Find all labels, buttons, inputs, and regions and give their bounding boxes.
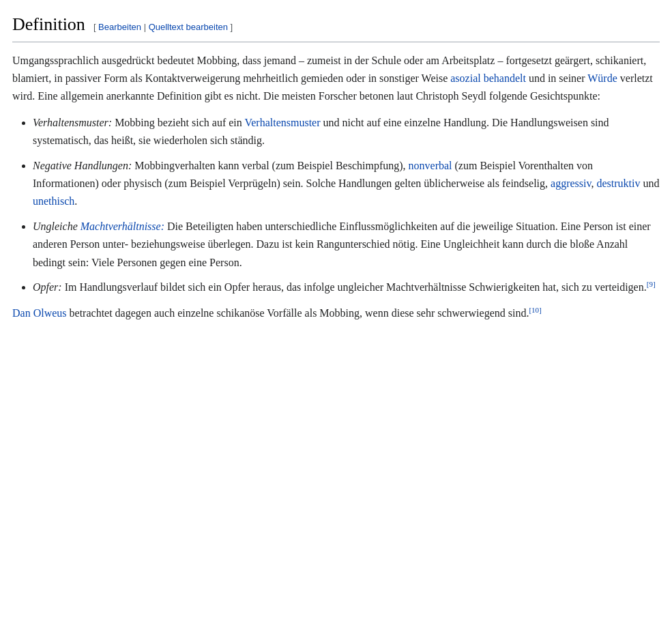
edit-links: [ Bearbeiten | Quelltext bearbeiten ] <box>93 20 233 35</box>
list-item-machtverhaeltnisse: Ungleiche Machtverhältnisse: Die Beteili… <box>33 218 660 272</box>
dan-olweus-link[interactable]: Dan Olweus <box>12 307 67 319</box>
label-machtverhaeltnisse: Ungleiche Machtverhältnisse: <box>33 220 164 232</box>
section-body: Umgangssprachlich ausgedrückt bedeutet M… <box>12 52 660 323</box>
wuerde-link[interactable]: Würde <box>587 72 617 84</box>
verhaltensmuster-link[interactable]: Verhaltensmuster <box>244 117 320 128</box>
section-header: Definition [ Bearbeiten | Quelltext bear… <box>12 10 660 42</box>
footnote-10[interactable]: [10] <box>529 306 541 314</box>
nonverbal-link[interactable]: nonverbal <box>409 160 452 171</box>
list-item-verhaltensmuster: Verhaltensmuster: Mobbing bezieht sich a… <box>33 114 660 150</box>
section-container: Definition [ Bearbeiten | Quelltext bear… <box>12 10 660 323</box>
definition-list: Verhaltensmuster: Mobbing bezieht sich a… <box>33 114 660 297</box>
asozial-link[interactable]: asozial behandelt <box>450 72 526 84</box>
machtverhaeltnisse-link[interactable]: Machtverhältnisse: <box>81 220 164 232</box>
label-opfer: Opfer: <box>33 281 62 293</box>
section-title: Definition <box>12 10 85 39</box>
label-verhaltensmuster: Verhaltensmuster: <box>33 117 112 128</box>
intro-paragraph: Umgangssprachlich ausgedrückt bedeutet M… <box>12 52 660 106</box>
source-edit-link[interactable]: Quelltext bearbeiten <box>149 22 228 32</box>
footer-paragraph: Dan Olweus betrachtet dagegen auch einze… <box>12 304 660 322</box>
destruktiv-link[interactable]: destruktiv <box>596 177 640 189</box>
label-negative-handlungen: Negative Handlungen: <box>33 160 132 171</box>
aggressiv-link[interactable]: aggressiv <box>551 177 591 189</box>
edit-link[interactable]: Bearbeiten <box>98 22 141 32</box>
footnote-9[interactable]: [9] <box>647 280 656 288</box>
list-item-opfer: Opfer: Im Handlungsverlauf bildet sich e… <box>33 278 660 296</box>
unethisch-link[interactable]: unethisch <box>33 195 74 207</box>
list-item-negative-handlungen: Negative Handlungen: Mobbingverhalten ka… <box>33 157 660 211</box>
